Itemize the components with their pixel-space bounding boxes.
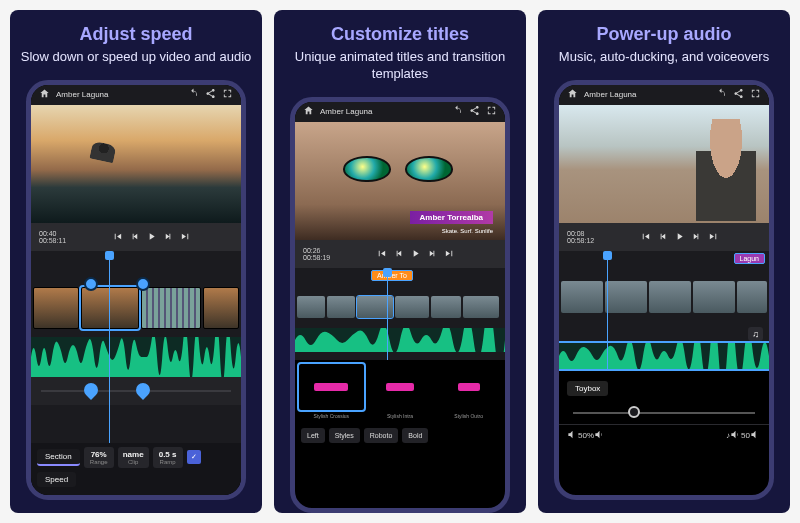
playback-bar: 00:08 00:58:12: [559, 223, 769, 251]
share-icon[interactable]: [469, 105, 480, 118]
phone-frame: Amber Laguna 00:08 00:58:12: [554, 80, 774, 500]
title-overlay-sub: Skate. Surf. Sunlife: [442, 228, 493, 234]
font-options-row: Left Styles Roboto Bold: [295, 424, 505, 447]
prev-frame-icon[interactable]: [657, 228, 668, 246]
time-current: 00:40: [39, 230, 66, 237]
playback-bar: 00:26 00:58:19: [295, 240, 505, 268]
timeline[interactable]: Amber To: [295, 268, 505, 360]
cell-clip[interactable]: nameClip: [118, 447, 149, 468]
promo-panel-titles: Customize titles Unique animated titles …: [274, 10, 526, 513]
skip-start-icon[interactable]: [640, 228, 651, 246]
undo-icon[interactable]: [716, 88, 727, 101]
panel-title: Adjust speed: [79, 24, 192, 45]
time-current: 00:08: [567, 230, 594, 237]
speed-panel: Section 76%Range nameClip 0.5 sRamp ✓ Sp…: [31, 443, 241, 495]
share-icon[interactable]: [733, 88, 744, 101]
play-icon[interactable]: [674, 228, 685, 246]
project-name: Amber Laguna: [56, 90, 108, 99]
video-preview[interactable]: Amber Torrealba Skate. Surf. Sunlife: [295, 122, 505, 240]
audio-track[interactable]: [559, 343, 769, 369]
promo-panel-audio: Power-up audio Music, auto-ducking, and …: [538, 10, 790, 513]
font-option[interactable]: Roboto: [364, 428, 399, 443]
next-frame-icon[interactable]: [163, 228, 174, 246]
playback-bar: 00:40 00:58:11: [31, 223, 241, 251]
prev-frame-icon[interactable]: [129, 228, 140, 246]
mute-right-icon[interactable]: [750, 429, 761, 442]
play-icon[interactable]: [146, 228, 157, 246]
time-total: 00:58:19: [303, 254, 330, 261]
cell-ramp[interactable]: 0.5 sRamp: [153, 447, 183, 468]
panel-title: Customize titles: [331, 24, 469, 45]
volume-right-icon[interactable]: [730, 429, 741, 442]
app-toolbar: Amber Laguna: [295, 102, 505, 122]
fullscreen-icon[interactable]: [486, 105, 497, 118]
undo-icon[interactable]: [188, 88, 199, 101]
panel-title: Power-up audio: [597, 24, 732, 45]
audio-balance-slider[interactable]: [559, 402, 769, 424]
mute-left-icon[interactable]: [567, 429, 578, 442]
promo-panel-speed: Adjust speed Slow down or speed up video…: [10, 10, 262, 513]
panel-subtitle: Unique animated titles and transition te…: [274, 49, 526, 83]
title-clip[interactable]: Lagun: [734, 253, 765, 264]
template-item[interactable]: Stylish Crossius: [299, 364, 364, 410]
timeline[interactable]: Lagun ♫: [559, 251, 769, 371]
title-templates-row: Stylish Crossius Stylish Intra Stylish O…: [295, 360, 505, 414]
skip-end-icon[interactable]: [180, 228, 191, 246]
time-current: 00:26: [303, 247, 330, 254]
audio-track[interactable]: [31, 337, 241, 377]
checkbox-icon[interactable]: ✓: [187, 450, 201, 464]
project-name: Amber Laguna: [320, 107, 372, 116]
speed-point[interactable]: [133, 380, 153, 400]
template-item[interactable]: Stylish Outro: [436, 364, 501, 410]
home-icon[interactable]: [39, 88, 50, 101]
speed-handle-right[interactable]: [136, 277, 150, 291]
audio-track[interactable]: [295, 328, 505, 352]
project-name: Amber Laguna: [584, 90, 636, 99]
align-option[interactable]: Left: [301, 428, 325, 443]
slider-thumb[interactable]: [628, 406, 640, 418]
video-preview[interactable]: [559, 105, 769, 223]
speed-handle-left[interactable]: [84, 277, 98, 291]
next-frame-icon[interactable]: [427, 245, 438, 263]
template-item[interactable]: Stylish Intra: [368, 364, 433, 410]
prev-frame-icon[interactable]: [393, 245, 404, 263]
app-toolbar: Amber Laguna: [31, 85, 241, 105]
tab-section[interactable]: Section: [37, 449, 80, 466]
tab-speed[interactable]: Speed: [37, 472, 76, 487]
timeline[interactable]: [31, 251, 241, 443]
music-note-icon[interactable]: ♫: [748, 327, 763, 341]
speed-point[interactable]: [81, 380, 101, 400]
home-icon[interactable]: [567, 88, 578, 101]
soundtrack-chip[interactable]: Toybox: [567, 381, 608, 396]
fullscreen-icon[interactable]: [222, 88, 233, 101]
skip-start-icon[interactable]: [376, 245, 387, 263]
video-track[interactable]: [31, 285, 241, 331]
app-toolbar: Amber Laguna: [559, 85, 769, 105]
undo-icon[interactable]: [452, 105, 463, 118]
skip-end-icon[interactable]: [708, 228, 719, 246]
phone-frame: Amber Laguna Amber Torrealba Skate. Surf…: [290, 97, 510, 513]
styles-option[interactable]: Styles: [329, 428, 360, 443]
next-frame-icon[interactable]: [691, 228, 702, 246]
speed-ramp-track[interactable]: [31, 377, 241, 405]
skip-start-icon[interactable]: [112, 228, 123, 246]
fullscreen-icon[interactable]: [750, 88, 761, 101]
video-track[interactable]: [559, 277, 769, 317]
video-preview[interactable]: [31, 105, 241, 223]
time-total: 00:58:12: [567, 237, 594, 244]
title-overlay[interactable]: Amber Torrealba: [410, 211, 493, 224]
share-icon[interactable]: [205, 88, 216, 101]
weight-option[interactable]: Bold: [402, 428, 428, 443]
phone-frame: Amber Laguna 00:40 00:58:11: [26, 80, 246, 500]
panel-subtitle: Music, auto-ducking, and voiceovers: [559, 49, 769, 66]
skip-end-icon[interactable]: [444, 245, 455, 263]
panel-subtitle: Slow down or speed up video and audio: [21, 49, 252, 66]
home-icon[interactable]: [303, 105, 314, 118]
play-icon[interactable]: [410, 245, 421, 263]
video-track[interactable]: [295, 292, 505, 322]
time-total: 00:58:11: [39, 237, 66, 244]
right-val: 50: [741, 431, 750, 440]
volume-left-icon[interactable]: [594, 429, 605, 442]
audio-controls-row: 50% ♪ 50: [559, 424, 769, 446]
cell-range[interactable]: 76%Range: [84, 447, 114, 468]
